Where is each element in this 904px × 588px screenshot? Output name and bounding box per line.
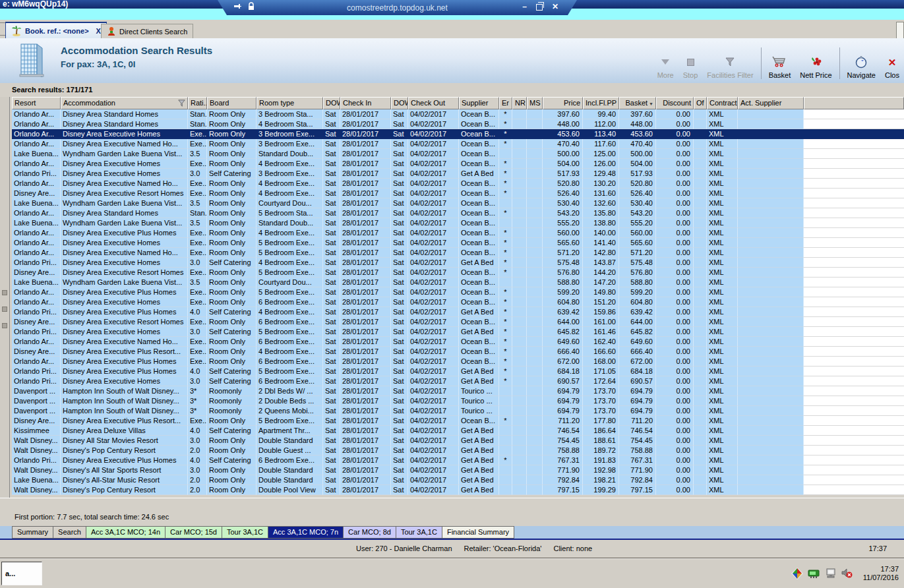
table-row[interactable]: Davenport ...Hampton Inn South of Walt D…	[12, 386, 904, 396]
itinerary-tab-acc-3a-1c-mco-7n[interactable]: Acc 3A,1C MCO; 7n	[268, 526, 344, 539]
itinerary-tab-financial-summary[interactable]: Financial Summary	[442, 526, 514, 539]
minimize-button[interactable]: –	[522, 2, 527, 11]
table-cell	[694, 416, 707, 426]
clos-button[interactable]: ✕Clos	[880, 45, 904, 79]
column-header-rati-[interactable]: Rati...	[188, 97, 207, 109]
column-header-check-in[interactable]: Check In	[340, 97, 391, 109]
table-cell: 151.20	[583, 297, 619, 307]
column-header-basket[interactable]: Basket▼	[619, 97, 656, 109]
table-row[interactable]: Orlando Pri...Disney Area Executive Home…	[12, 258, 904, 268]
column-header-er[interactable]: Er	[499, 97, 512, 109]
table-row[interactable]: Walt Disney...Disney's Pop Century Resor…	[12, 485, 904, 495]
column-header-accommodation[interactable]: Accommodation	[61, 97, 188, 109]
table-row[interactable]: Orlando Ar...Disney Area Executive Named…	[12, 248, 904, 258]
table-row[interactable]: Orlando Ar...Disney Area Executive Plus …	[12, 228, 904, 238]
table-cell	[512, 119, 527, 129]
table-row[interactable]: Orlando Ar...Disney Area Standard HomesS…	[12, 208, 904, 218]
table-row[interactable]: KissimmeeDisney Area Deluxe Villas4.0Sel…	[12, 426, 904, 436]
app-tab-2[interactable]: Direct Clients Search	[101, 24, 193, 39]
column-header-contract[interactable]: Contract	[707, 97, 738, 109]
table-row[interactable]: Disney Are...Disney Area Executive Resor…	[12, 189, 904, 198]
itinerary-tab-summary[interactable]: Summary	[12, 526, 53, 539]
table-row[interactable]: Disney Are...Disney Area Executive Plus …	[12, 347, 904, 357]
column-header-resort[interactable]: Resort	[12, 97, 61, 109]
table-cell: 588.80	[619, 278, 656, 287]
rdp-connection-bar[interactable]: comostreetrdp.topdog.uk.net – ✕	[218, 0, 577, 15]
tab-close-icon[interactable]: X	[96, 27, 101, 35]
table-row[interactable]: Orlando Ar...Disney Area Standard HomesS…	[12, 119, 904, 129]
itinerary-tab-search[interactable]: Search	[53, 526, 86, 539]
more-button[interactable]: More	[653, 45, 678, 79]
column-header-supplier[interactable]: Supplier	[459, 97, 499, 109]
table-cell: XML	[707, 129, 738, 139]
column-header-price[interactable]: Price	[543, 97, 583, 109]
table-row[interactable]: Disney Are...Disney Area Executive Resor…	[12, 268, 904, 278]
column-header-check-out[interactable]: Check Out	[408, 97, 459, 109]
antivirus-icon[interactable]	[791, 568, 803, 579]
table-row[interactable]: Lake Buena...Wyndham Garden Lake Buena V…	[12, 149, 904, 159]
itinerary-tab-car-mco-8d[interactable]: Car MCO; 8d	[344, 526, 396, 539]
basket-button[interactable]: Basket	[764, 45, 796, 79]
table-row[interactable]: Lake Buena...Wyndham Garden Lake Buena V…	[12, 198, 904, 208]
table-row[interactable]: Orlando Ar...Disney Area Executive Plus …	[12, 287, 904, 297]
table-row[interactable]: Orlando Ar...Disney Area Executive Homes…	[12, 238, 904, 248]
filter-icon[interactable]	[178, 100, 185, 107]
network-icon[interactable]	[808, 569, 821, 579]
taskbar-button[interactable]: a...	[1, 562, 42, 585]
table-row[interactable]: Orlando Ar...Disney Area Executive Named…	[12, 179, 904, 189]
table-row[interactable]: Orlando Ar...Disney Area Executive Named…	[12, 139, 904, 149]
table-row[interactable]: Disney Are...Disney Area Executive Plus …	[12, 416, 904, 426]
table-row[interactable]: Davenport ...Hampton Inn South of Walt D…	[12, 406, 904, 416]
nett-price-button[interactable]: Nett Price	[795, 45, 836, 79]
itinerary-tab-tour-3a-1c[interactable]: Tour 3A,1C	[222, 526, 268, 539]
table-cell: *	[499, 189, 512, 198]
table-row[interactable]: Walt Disney...Disney All Star Movies Res…	[12, 436, 904, 446]
table-row[interactable]: Walt Disney...Disney's All Star Sports R…	[12, 465, 904, 475]
table-row[interactable]: Orlando Ar...Disney Area Executive Homes…	[12, 297, 904, 307]
table-row[interactable]: Walt Disney...Disney's Pop Century Resor…	[12, 446, 904, 456]
restore-button[interactable]	[536, 2, 543, 11]
column-header-dow[interactable]: DOW	[391, 97, 408, 109]
table-cell	[512, 446, 527, 456]
column-header-nr[interactable]: NR	[512, 97, 527, 109]
itinerary-tab-acc-3a-1c-mco-14n[interactable]: Acc 3A,1C MCO; 14n	[86, 526, 166, 539]
table-row[interactable]: Orlando Pri...Disney Area Executive Plus…	[12, 307, 904, 317]
left-gutter-scrollbar[interactable]	[0, 97, 10, 498]
table-cell: Walt Disney...	[12, 465, 61, 475]
table-row[interactable]: Orlando Ar...Disney Area Executive Plus …	[12, 357, 904, 367]
table-row[interactable]: Orlando Pri...Disney Area Executive Plus…	[12, 367, 904, 376]
table-cell: 28/01/2017	[340, 149, 391, 159]
table-row[interactable]: Lake Buena...Disney's All-Star Music Res…	[12, 475, 904, 485]
column-header-dow[interactable]: DOW	[323, 97, 340, 109]
column-header-act-supplier[interactable]: Act. Supplier	[738, 97, 804, 109]
table-row[interactable]: Orlando Ar...Disney Area Executive Named…	[12, 337, 904, 347]
table-row[interactable]: Orlando Ar...Disney Area Executive Homes…	[12, 159, 904, 169]
column-header-of[interactable]: Of	[694, 97, 707, 109]
table-row[interactable]: Orlando Pri...Disney Area Executive Home…	[12, 169, 904, 179]
close-button[interactable]: ✕	[552, 2, 558, 11]
column-header-board[interactable]: Board	[207, 97, 256, 109]
navigate-button[interactable]: Navigate	[843, 45, 880, 79]
tab-scrollbar-fragment[interactable]	[896, 22, 904, 39]
audio-muted-icon[interactable]	[841, 568, 853, 579]
table-row[interactable]: Orlando Pri...Disney Area Executive Home…	[12, 327, 904, 337]
itinerary-tab-tour-3a-1c[interactable]: Tour 3A,1C	[396, 526, 442, 539]
facilities-filter-button[interactable]: Facilities Filter	[702, 45, 758, 79]
column-header-ms[interactable]: MS	[527, 97, 543, 109]
itinerary-tab-car-mco-15d[interactable]: Car MCO; 15d	[166, 526, 222, 539]
table-row[interactable]: Orlando Pri...Disney Area Executive Home…	[12, 376, 904, 386]
display-icon[interactable]	[826, 568, 837, 579]
column-header-incl-fl-pp[interactable]: Incl.Fl.PP	[583, 97, 619, 109]
table-row[interactable]: Orlando Ar...Disney Area Executive Homes…	[12, 129, 904, 139]
table-row[interactable]: Lake Buena...Wyndham Garden Lake Buena V…	[12, 278, 904, 287]
table-row[interactable]: Davenport ...Hampton Inn South of Walt D…	[12, 396, 904, 406]
table-cell: Walt Disney...	[12, 485, 61, 495]
stop-button[interactable]: Stop	[678, 45, 703, 79]
column-header-room-type[interactable]: Room type	[256, 97, 323, 109]
column-header-discount[interactable]: Discount	[656, 97, 694, 109]
table-row[interactable]: Orlando Pri...Disney Area Executive Plus…	[12, 456, 904, 465]
app-tab-1[interactable]: Book. ref.: <none>X	[5, 22, 107, 39]
table-row[interactable]: Disney Are...Disney Area Executive Resor…	[12, 317, 904, 327]
table-row[interactable]: Orlando Ar...Disney Area Standard HomesS…	[12, 109, 904, 119]
table-row[interactable]: Lake Buena...Wyndham Garden Lake Buena V…	[12, 218, 904, 228]
